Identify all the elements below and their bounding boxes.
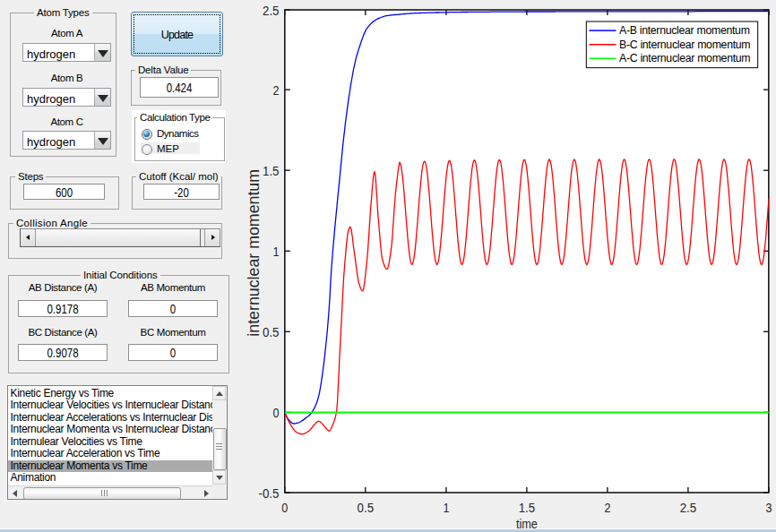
svg-text:1.5: 1.5 bbox=[263, 163, 280, 178]
svg-text:3: 3 bbox=[766, 500, 772, 515]
svg-text:B-C internuclear momentum: B-C internuclear momentum bbox=[619, 39, 750, 51]
svg-text:0: 0 bbox=[273, 405, 280, 420]
svg-text:2: 2 bbox=[273, 82, 280, 98]
svg-text:0: 0 bbox=[281, 500, 288, 515]
svg-text:0.5: 0.5 bbox=[358, 500, 375, 515]
svg-text:A-B internuclear momentum: A-B internuclear momentum bbox=[619, 24, 750, 37]
svg-text:2: 2 bbox=[604, 500, 610, 515]
svg-text:2.5: 2.5 bbox=[263, 3, 280, 18]
svg-text:internuclear momentum: internuclear momentum bbox=[245, 169, 263, 337]
svg-text:A-C internuclear momentum: A-C internuclear momentum bbox=[619, 52, 750, 64]
svg-text:2.5: 2.5 bbox=[680, 500, 697, 515]
svg-text:0.5: 0.5 bbox=[263, 324, 280, 339]
svg-text:1: 1 bbox=[443, 500, 449, 515]
svg-text:1.5: 1.5 bbox=[519, 500, 536, 515]
svg-text:-0.5: -0.5 bbox=[259, 485, 280, 501]
svg-text:1: 1 bbox=[273, 244, 280, 259]
